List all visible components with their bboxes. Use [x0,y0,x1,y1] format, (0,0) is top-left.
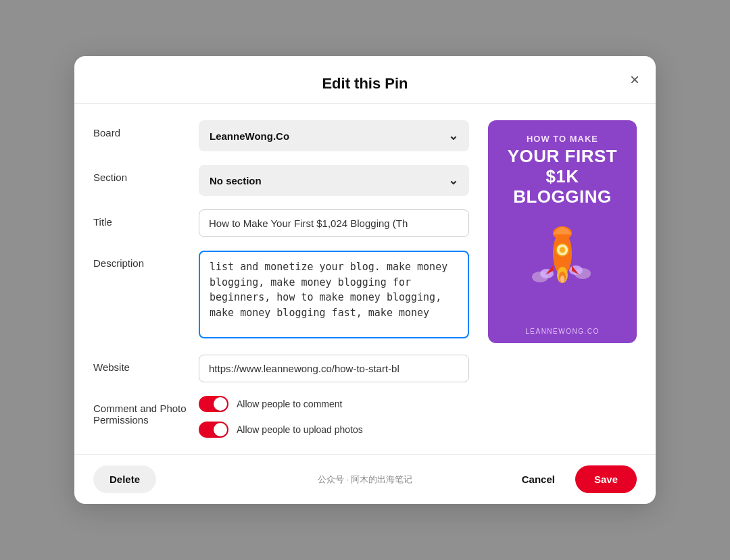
description-textarea[interactable]: list and monetize your blog. make money … [199,251,469,338]
title-label: Title [93,209,188,228]
save-button[interactable]: Save [575,465,637,493]
pin-domain-text: LEANNEWONG.CO [525,328,600,335]
section-row: Section No section ⌄ [93,165,469,196]
modal-title: Edit this Pin [91,75,639,93]
cancel-button[interactable]: Cancel [508,465,568,493]
photos-permission-row: Allow people to upload photos [199,422,469,438]
allow-photos-label: Allow people to upload photos [237,424,363,435]
description-row: Description list and monetize your blog.… [93,251,469,341]
title-input-wrap [199,209,469,237]
permissions-wrap: Allow people to comment Allow people to … [199,396,469,438]
pin-how-to-text: HOW TO MAKE [527,134,598,144]
modal-body: Board LeanneWong.Co ⌄ Section No section [74,104,656,454]
close-button[interactable]: × [627,69,642,91]
allow-photos-toggle[interactable] [199,422,228,438]
title-row: Title [93,209,469,237]
website-input-wrap [199,355,469,382]
description-label: Description [93,251,188,269]
website-row: Website [93,355,469,382]
pin-rocket-illustration [532,220,593,294]
permissions-row: Comment and Photo Permissions Allow peop… [93,396,469,438]
svg-point-8 [560,247,565,253]
footer-actions: Cancel Save [508,465,637,493]
board-chevron-icon: ⌄ [448,128,458,143]
section-dropdown-wrap: No section ⌄ [199,165,469,196]
svg-point-11 [560,276,564,282]
website-input[interactable] [199,355,469,382]
section-dropdown[interactable]: No section ⌄ [199,165,469,196]
board-label: Board [93,120,188,138]
section-value: No section [210,175,262,186]
description-textarea-wrap: list and monetize your blog. make money … [199,251,469,341]
section-label: Section [93,165,188,183]
form-section: Board LeanneWong.Co ⌄ Section No section [93,120,469,438]
allow-comment-label: Allow people to comment [237,399,342,409]
pin-line3: BLOGGING [513,186,612,207]
board-value: LeanneWong.Co [210,130,289,142]
svg-point-3 [569,265,583,275]
pin-image-card: HOW TO MAKE YOUR FIRST $1K BLOGGING [488,120,637,343]
modal-overlay: Edit this Pin × Board LeanneWong.Co ⌄ [0,0,730,560]
pin-line1: YOUR FIRST [508,146,617,166]
watermark-text: 公众号 · 阿木的出海笔记 [318,474,413,486]
modal-footer: Delete 公众号 · 阿木的出海笔记 Cancel Save [74,454,656,504]
board-dropdown[interactable]: LeanneWong.Co ⌄ [199,120,469,151]
board-row: Board LeanneWong.Co ⌄ [93,120,469,151]
modal-header: Edit this Pin × [74,56,656,104]
pin-line2: $1K [545,166,579,186]
title-input[interactable] [199,209,469,237]
permissions-label: Comment and Photo Permissions [93,396,188,426]
pin-preview: HOW TO MAKE YOUR FIRST $1K BLOGGING [488,120,637,438]
comment-permission-row: Allow people to comment [199,396,469,412]
edit-pin-modal: Edit this Pin × Board LeanneWong.Co ⌄ [74,56,656,504]
allow-comment-toggle[interactable] [199,396,228,412]
delete-button[interactable]: Delete [93,465,156,493]
section-chevron-icon: ⌄ [448,173,458,188]
website-label: Website [93,355,188,373]
board-dropdown-wrap: LeanneWong.Co ⌄ [199,120,469,151]
pin-main-text: YOUR FIRST $1K BLOGGING [508,147,617,207]
